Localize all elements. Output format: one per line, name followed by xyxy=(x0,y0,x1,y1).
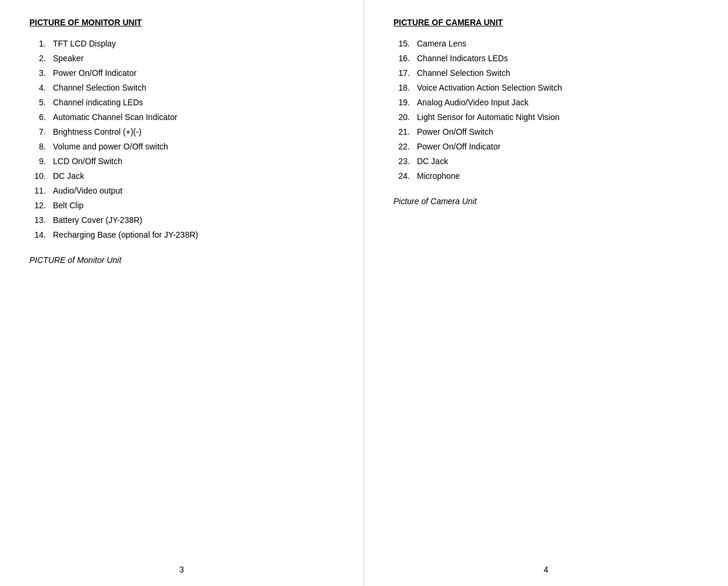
list-item: 8.Volume and power O/Off switch xyxy=(29,141,340,153)
list-item: 7.Brightness Control (+)(-) xyxy=(29,126,340,138)
item-label: Channel Selection Switch xyxy=(417,67,510,79)
item-number: 24. xyxy=(393,170,417,182)
item-label: Power On/Off Switch xyxy=(417,126,493,138)
left-section-title: PICTURE OF MONITOR UNIT xyxy=(29,18,340,27)
item-number: 1. xyxy=(29,38,53,50)
item-label: Power On/Off Indicator xyxy=(53,67,136,79)
list-item: 11.Audio/Video output xyxy=(29,185,340,197)
list-item: 10.DC Jack xyxy=(29,170,340,182)
item-number: 9. xyxy=(29,155,53,168)
item-number: 23. xyxy=(393,155,417,168)
item-number: 7. xyxy=(29,126,53,138)
list-item: 15.Camera Lens xyxy=(393,38,704,50)
item-label: Power On/Off Indicator xyxy=(417,141,500,153)
item-label: Light Sensor for Automatic Night Vision xyxy=(417,111,560,124)
list-item: 20.Light Sensor for Automatic Night Visi… xyxy=(393,111,704,124)
left-page-number: 3 xyxy=(179,565,184,574)
item-number: 8. xyxy=(29,141,53,153)
item-label: Speaker xyxy=(53,52,84,65)
item-number: 4. xyxy=(29,82,53,94)
item-label: Battery Cover (JY-238R) xyxy=(53,214,142,227)
list-item: 24.Microphone xyxy=(393,170,704,182)
list-item: 14.Recharging Base (optional for JY-238R… xyxy=(29,229,340,241)
item-number: 12. xyxy=(29,199,53,212)
list-item: 12.Belt Clip xyxy=(29,199,340,212)
item-number: 20. xyxy=(393,111,417,124)
list-item: 18.Voice Activation Action Selection Swi… xyxy=(393,82,704,94)
right-page: PICTURE OF CAMERA UNIT 15.Camera Lens16.… xyxy=(364,0,728,586)
item-number: 10. xyxy=(29,170,53,182)
item-number: 17. xyxy=(393,67,417,79)
left-page: PICTURE OF MONITOR UNIT 1.TFT LCD Displa… xyxy=(0,0,364,586)
item-number: 13. xyxy=(29,214,53,227)
item-number: 21. xyxy=(393,126,417,138)
list-item: 6.Automatic Channel Scan Indicator xyxy=(29,111,340,124)
item-number: 19. xyxy=(393,96,417,109)
item-number: 3. xyxy=(29,67,53,79)
list-item: 9.LCD On/Off Switch xyxy=(29,155,340,168)
list-item: 21.Power On/Off Switch xyxy=(393,126,704,138)
item-label: Camera Lens xyxy=(417,38,466,50)
item-label: Belt Clip xyxy=(53,199,84,212)
item-label: Automatic Channel Scan Indicator xyxy=(53,111,178,124)
list-item: 17.Channel Selection Switch xyxy=(393,67,704,79)
item-label: Microphone xyxy=(417,170,460,182)
right-page-number: 4 xyxy=(544,565,549,574)
item-number: 18. xyxy=(393,82,417,94)
item-number: 15. xyxy=(393,38,417,50)
list-item: 19.Analog Audio/Video Input Jack xyxy=(393,96,704,109)
list-item: 13.Battery Cover (JY-238R) xyxy=(29,214,340,227)
left-caption: PICTURE of Monitor Unit xyxy=(29,255,340,265)
list-item: 4.Channel Selection Switch xyxy=(29,82,340,94)
item-label: DC Jack xyxy=(417,155,448,168)
item-label: Brightness Control (+)(-) xyxy=(53,126,142,138)
item-label: Channel indicating LEDs xyxy=(53,96,143,109)
item-label: Channel Selection Switch xyxy=(53,82,146,94)
list-item: 23.DC Jack xyxy=(393,155,704,168)
item-label: Channel Indicators LEDs xyxy=(417,52,508,65)
list-item: 16.Channel Indicators LEDs xyxy=(393,52,704,65)
list-item: 5.Channel indicating LEDs xyxy=(29,96,340,109)
right-caption: Picture of Camera Unit xyxy=(393,197,704,206)
left-items-list: 1.TFT LCD Display2.Speaker3.Power On/Off… xyxy=(29,38,340,241)
list-item: 1.TFT LCD Display xyxy=(29,38,340,50)
item-label: LCD On/Off Switch xyxy=(53,155,122,168)
item-label: TFT LCD Display xyxy=(53,38,116,50)
item-label: Voice Activation Action Selection Switch xyxy=(417,82,562,94)
list-item: 2.Speaker xyxy=(29,52,340,65)
item-label: Audio/Video output xyxy=(53,185,122,197)
item-label: DC Jack xyxy=(53,170,84,182)
item-number: 2. xyxy=(29,52,53,65)
item-number: 14. xyxy=(29,229,53,241)
item-label: Analog Audio/Video Input Jack xyxy=(417,96,529,109)
item-number: 5. xyxy=(29,96,53,109)
item-number: 16. xyxy=(393,52,417,65)
right-items-list: 15.Camera Lens16.Channel Indicators LEDs… xyxy=(393,38,704,182)
page-container: PICTURE OF MONITOR UNIT 1.TFT LCD Displa… xyxy=(0,0,728,586)
item-label: Volume and power O/Off switch xyxy=(53,141,168,153)
list-item: 3.Power On/Off Indicator xyxy=(29,67,340,79)
right-section-title: PICTURE OF CAMERA UNIT xyxy=(393,18,704,27)
item-number: 22. xyxy=(393,141,417,153)
list-item: 22.Power On/Off Indicator xyxy=(393,141,704,153)
item-number: 6. xyxy=(29,111,53,124)
item-number: 11. xyxy=(29,185,53,197)
item-label: Recharging Base (optional for JY-238R) xyxy=(53,229,198,241)
